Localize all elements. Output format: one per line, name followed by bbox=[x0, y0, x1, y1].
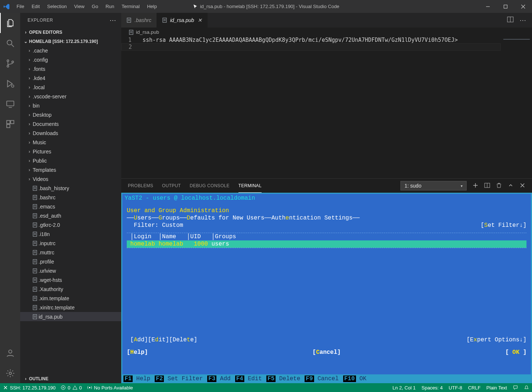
menu-run[interactable]: Run bbox=[102, 0, 118, 13]
section-workspace[interactable]: ⌄HOMELAB [SSH: 172.25.179.190] bbox=[20, 37, 121, 46]
file-bash_history[interactable]: .bash_history bbox=[20, 184, 121, 193]
new-terminal-icon[interactable] bbox=[472, 182, 478, 189]
file-id_rsapub[interactable]: id_rsa.pub bbox=[20, 312, 121, 321]
cursor-icon bbox=[193, 4, 198, 9]
menu-view[interactable]: View bbox=[71, 0, 88, 13]
minimap[interactable] bbox=[501, 37, 532, 178]
folder-bin[interactable]: ›bin bbox=[20, 101, 121, 110]
yast-user-table[interactable]: │Login │Name │UID │Groups homelab homela… bbox=[127, 233, 526, 248]
tab-id-rsa-pub[interactable]: id_rsa.pub ✕ bbox=[157, 13, 208, 28]
activity-scm[interactable] bbox=[0, 53, 20, 73]
folder-local[interactable]: ›.local bbox=[20, 83, 121, 92]
activity-explorer[interactable] bbox=[0, 13, 20, 33]
file-i18n[interactable]: .i18n bbox=[20, 229, 121, 239]
status-problems[interactable]: 0 0 bbox=[61, 385, 82, 391]
file-esd_auth[interactable]: .esd_auth bbox=[20, 211, 121, 220]
code-editor[interactable]: 1 ssh-rsa AAAAB3NzaC1yc2EAAAADAQABAAABgQ… bbox=[121, 37, 501, 178]
folder-Desktop[interactable]: ›Desktop bbox=[20, 110, 121, 119]
fkey-f9[interactable]: F9 Cancel bbox=[305, 375, 338, 382]
folder-Downloads[interactable]: ›Downloads bbox=[20, 128, 121, 138]
panel-tab-output[interactable]: OUTPUT bbox=[162, 179, 181, 193]
split-terminal-icon[interactable] bbox=[484, 182, 490, 189]
status-notifications-icon[interactable] bbox=[524, 385, 529, 391]
yast-ok-button[interactable]: [ OK ] bbox=[505, 349, 526, 356]
menu-file[interactable]: File bbox=[13, 0, 28, 13]
fkey-f5[interactable]: F5 Delete bbox=[266, 375, 300, 382]
more-actions-icon[interactable]: ⋯ bbox=[520, 16, 527, 24]
yast-cancel-button[interactable]: [Cancel] bbox=[313, 349, 341, 356]
panel-tab-debug-console[interactable]: DEBUG CONSOLE bbox=[190, 179, 230, 193]
panel-tab-problems[interactable]: PROBLEMS bbox=[128, 179, 153, 193]
file-Xauthority[interactable]: .Xauthority bbox=[20, 284, 121, 294]
maximize-button[interactable] bbox=[497, 0, 514, 13]
close-tab-icon[interactable]: ✕ bbox=[198, 17, 202, 23]
terminal[interactable]: YaST2 - users @ localhost.localdomain Us… bbox=[121, 193, 532, 383]
folder-Music[interactable]: ›Music bbox=[20, 138, 121, 147]
status-language[interactable]: Plain Text bbox=[486, 385, 507, 391]
activity-settings[interactable] bbox=[0, 363, 20, 383]
menu-go[interactable]: Go bbox=[88, 0, 102, 13]
yast-set-filter[interactable]: [Set Filter↓] bbox=[481, 222, 526, 229]
fkey-f2[interactable]: F2 Set Filter bbox=[155, 375, 203, 382]
folder-kde4[interactable]: ›.kde4 bbox=[20, 73, 121, 83]
activity-remote[interactable] bbox=[0, 94, 20, 114]
fkey-f1[interactable]: F1 Help bbox=[123, 375, 150, 382]
activity-search[interactable] bbox=[0, 33, 20, 53]
maximize-panel-icon[interactable] bbox=[508, 182, 514, 189]
section-open-editors[interactable]: ›OPEN EDITORS bbox=[20, 28, 121, 37]
table-row-selected[interactable]: homelab homelab 1000 users bbox=[127, 240, 526, 248]
minimize-button[interactable] bbox=[479, 0, 497, 13]
file-muttrc[interactable]: .muttrc bbox=[20, 248, 121, 257]
status-encoding[interactable]: UTF-8 bbox=[449, 385, 462, 391]
status-spaces[interactable]: Spaces: 4 bbox=[421, 385, 443, 391]
file-profile[interactable]: .profile bbox=[20, 257, 121, 266]
folder-Pictures[interactable]: ›Pictures bbox=[20, 147, 121, 156]
folder-Documents[interactable]: ›Documents bbox=[20, 119, 121, 128]
file-urlview[interactable]: .urlview bbox=[20, 266, 121, 275]
panel-tab-terminal[interactable]: TERMINAL bbox=[238, 179, 262, 193]
file-xinitrctemplate[interactable]: .xinitrc.template bbox=[20, 303, 121, 312]
breadcrumbs[interactable]: id_rsa.pub bbox=[121, 28, 532, 37]
file-gtkrc20[interactable]: .gtkrc-2.0 bbox=[20, 220, 121, 229]
section-outline[interactable]: ›OUTLINE bbox=[20, 374, 121, 383]
file-bashrc[interactable]: .bashrc bbox=[20, 193, 121, 202]
activity-accounts[interactable] bbox=[0, 343, 20, 363]
file-ximtemplate[interactable]: .xim.template bbox=[20, 294, 121, 303]
yast-expert-options[interactable]: [Expert Options↓] bbox=[467, 336, 526, 344]
menu-terminal[interactable]: Terminal bbox=[118, 0, 143, 13]
tab-bashrc[interactable]: .bashrc bbox=[121, 13, 157, 28]
menu-edit[interactable]: Edit bbox=[28, 0, 43, 13]
activity-extensions[interactable] bbox=[0, 114, 20, 134]
activity-run[interactable] bbox=[0, 73, 20, 94]
file-tree[interactable]: ›.cache›.config›.fonts›.kde4›.local›.vsc… bbox=[20, 46, 121, 374]
close-panel-icon[interactable] bbox=[520, 182, 525, 189]
folder-Templates[interactable]: ›Templates bbox=[20, 165, 121, 174]
table-header: │Login │Name │UID │Groups bbox=[127, 233, 526, 240]
status-remote[interactable]: SSH: 172.25.179.190 bbox=[3, 385, 55, 391]
yast-tabs[interactable]: ──Users──Groups──Defaults for New Users─… bbox=[127, 214, 526, 222]
status-ports[interactable]: No Ports Available bbox=[87, 385, 133, 391]
status-cursor[interactable]: Ln 2, Col 1 bbox=[392, 385, 416, 391]
terminal-picker[interactable]: 1: sudo▾ bbox=[400, 181, 467, 190]
split-editor-icon[interactable] bbox=[507, 16, 514, 24]
folder-Videos[interactable]: ›Videos bbox=[20, 174, 121, 184]
fkey-f10[interactable]: F10 OK bbox=[343, 375, 367, 382]
file-emacs[interactable]: .emacs bbox=[20, 202, 121, 211]
folder-fonts[interactable]: ›.fonts bbox=[20, 64, 121, 73]
status-feedback-icon[interactable] bbox=[513, 385, 518, 391]
folder-vscodeserver[interactable]: ›.vscode-server bbox=[20, 92, 121, 101]
status-eol[interactable]: CRLF bbox=[468, 385, 481, 391]
close-button[interactable] bbox=[514, 0, 532, 13]
folder-config[interactable]: ›.config bbox=[20, 55, 121, 64]
folder-cache[interactable]: ›.cache bbox=[20, 46, 121, 55]
kill-terminal-icon[interactable] bbox=[496, 182, 502, 189]
more-actions-icon[interactable]: ⋯ bbox=[109, 16, 117, 24]
fkey-f4[interactable]: F4 Edit bbox=[235, 375, 262, 382]
fkey-f3[interactable]: F3 Add bbox=[207, 375, 231, 382]
menu-selection[interactable]: Selection bbox=[43, 0, 70, 13]
yast-help-button[interactable]: [Help] bbox=[127, 349, 148, 356]
folder-Public[interactable]: ›Public bbox=[20, 156, 121, 165]
file-inputrc[interactable]: .inputrc bbox=[20, 239, 121, 248]
menu-help[interactable]: Help bbox=[143, 0, 161, 13]
file-wgethsts[interactable]: .wget-hsts bbox=[20, 275, 121, 284]
